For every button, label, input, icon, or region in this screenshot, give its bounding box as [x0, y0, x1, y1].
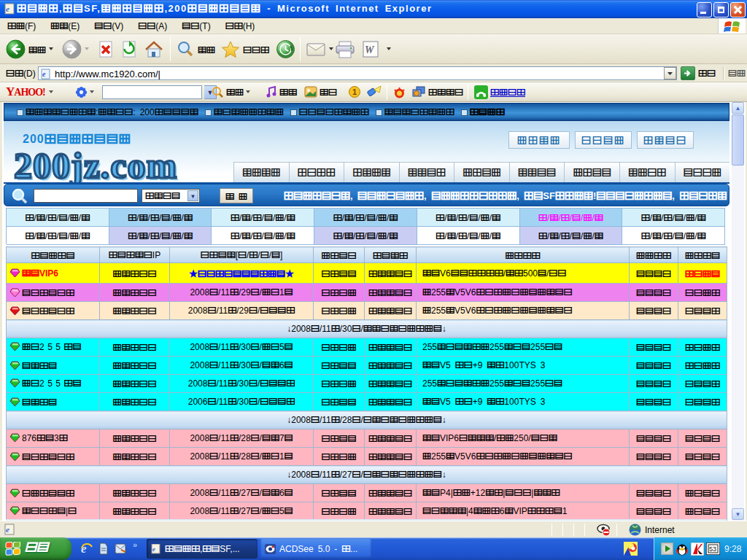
- svg-text:e: e: [42, 70, 46, 78]
- svg-text:53: 53: [709, 545, 716, 553]
- svg-text:e: e: [6, 4, 9, 13]
- svg-text:e: e: [6, 525, 9, 534]
- svg-text:W: W: [365, 44, 375, 55]
- svg-text:e: e: [152, 545, 155, 553]
- svg-text:1: 1: [352, 88, 357, 96]
